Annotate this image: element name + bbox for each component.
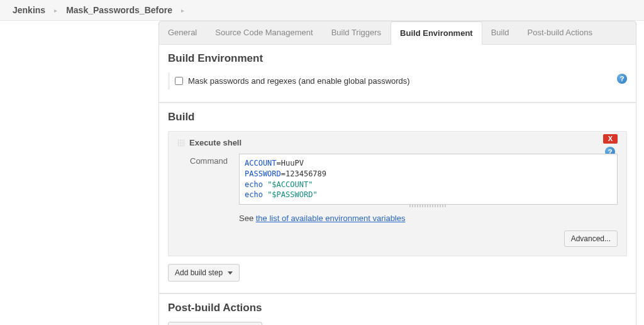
tab-build[interactable]: Build xyxy=(482,21,519,44)
code-token: "$ACCOUNT" xyxy=(263,180,313,189)
command-textarea[interactable]: ACCOUNT=HuuPV PASSWORD=123456789 echo "$… xyxy=(239,154,618,205)
note-prefix: See xyxy=(239,214,256,223)
chevron-right-icon: ▸ xyxy=(181,7,184,14)
post-build-section: Post-build Actions Add post-build action xyxy=(158,294,636,325)
section-title: Build Environment xyxy=(168,52,627,65)
code-token: echo xyxy=(245,190,263,199)
advanced-button[interactable]: Advanced... xyxy=(564,231,618,247)
code-token: PASSWORD xyxy=(245,169,281,178)
tab-post-build[interactable]: Post-build Actions xyxy=(519,21,602,44)
delete-step-button[interactable]: X xyxy=(603,134,618,144)
mask-passwords-label: Mask passwords and regexes (and enable g… xyxy=(188,76,410,86)
code-token: =123456789 xyxy=(281,169,326,178)
tab-scm[interactable]: Source Code Management xyxy=(206,21,322,44)
block-title: Execute shell xyxy=(189,138,242,147)
button-label: Add build step xyxy=(175,268,223,277)
code-token: ACCOUNT xyxy=(245,159,277,168)
breadcrumb-root[interactable]: Jenkins xyxy=(13,5,45,15)
env-vars-note: See the list of available environment va… xyxy=(239,214,618,223)
tab-build-triggers[interactable]: Build Triggers xyxy=(323,21,391,44)
breadcrumb-job[interactable]: Mask_Passwords_Before xyxy=(66,5,172,15)
code-token: "$PASSWORD" xyxy=(263,190,318,199)
resize-grip-icon[interactable] xyxy=(409,205,447,207)
mask-passwords-checkbox[interactable] xyxy=(175,77,183,85)
drag-handle-icon[interactable] xyxy=(177,139,184,146)
mask-passwords-row: Mask passwords and regexes (and enable g… xyxy=(168,72,627,89)
section-title: Post-build Actions xyxy=(168,302,627,314)
add-build-step-button[interactable]: Add build step xyxy=(168,264,240,282)
block-header: Execute shell xyxy=(177,138,618,147)
execute-shell-block: X ? Execute shell Command ACCOUNT=HuuPV … xyxy=(168,131,627,256)
tab-build-environment[interactable]: Build Environment xyxy=(391,21,482,45)
help-icon[interactable]: ? xyxy=(617,74,627,84)
config-tabs: General Source Code Management Build Tri… xyxy=(158,21,636,45)
add-post-build-action-button[interactable]: Add post-build action xyxy=(168,322,262,325)
chevron-right-icon: ▸ xyxy=(54,7,57,14)
section-title: Build xyxy=(168,111,627,123)
code-token: echo xyxy=(245,180,263,189)
command-label: Command xyxy=(190,154,229,166)
caret-down-icon xyxy=(228,271,233,275)
build-environment-section: Build Environment Mask passwords and reg… xyxy=(158,45,636,103)
tab-general[interactable]: General xyxy=(159,21,206,44)
code-token: =HuuPV xyxy=(277,159,304,168)
env-vars-link[interactable]: the list of available environment variab… xyxy=(256,214,406,223)
build-section: Build X ? Execute shell Command ACCOUNT=… xyxy=(158,103,636,294)
breadcrumb: Jenkins ▸ Mask_Passwords_Before ▸ xyxy=(0,0,644,21)
